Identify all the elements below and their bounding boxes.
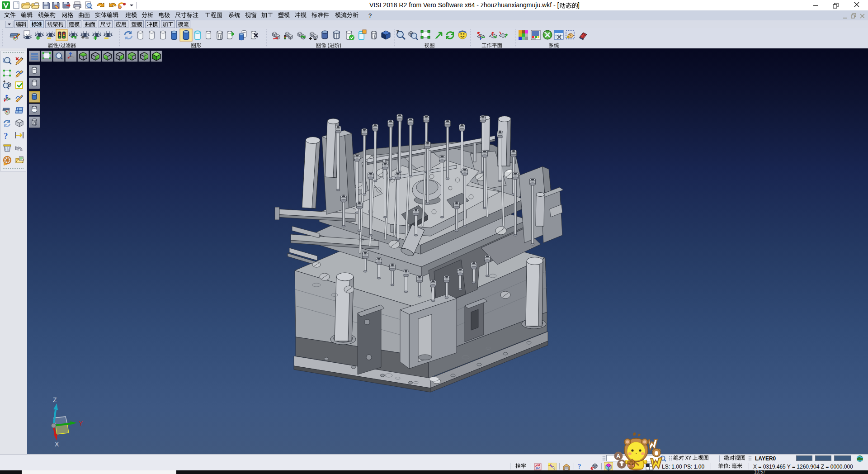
- svg-text:Y: Y: [79, 420, 83, 427]
- svg-text:X: X: [55, 441, 59, 448]
- svg-text:A: A: [616, 453, 621, 460]
- svg-text:Z: Z: [53, 397, 57, 403]
- svg-text:?: ?: [4, 131, 8, 141]
